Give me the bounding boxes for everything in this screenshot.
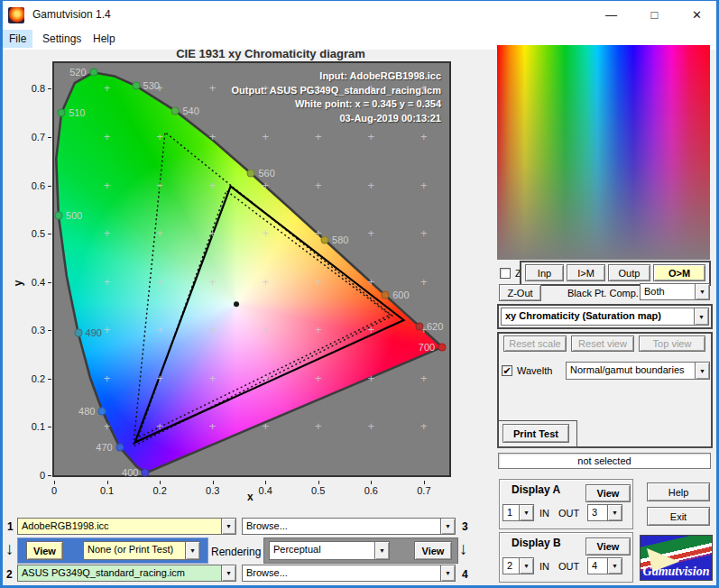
selection-status: not selected bbox=[498, 453, 711, 469]
grid-plus-mark: + bbox=[156, 372, 163, 385]
dropdown-arrow-icon[interactable]: ▼ bbox=[695, 284, 709, 299]
display-mode-value: xy Chromaticity (Saturation map) bbox=[502, 308, 694, 325]
grid-plus-mark: + bbox=[104, 130, 111, 143]
grid-plus-mark: + bbox=[104, 81, 111, 95]
zoom-checkbox[interactable] bbox=[500, 268, 511, 279]
dropdown-arrow-icon[interactable]: ▼ bbox=[694, 308, 708, 325]
menu-settings[interactable]: Settings bbox=[36, 30, 88, 48]
dropdown-arrow-icon[interactable]: ▼ bbox=[185, 542, 199, 559]
reset-scale-button[interactable]: Reset scale bbox=[503, 335, 567, 352]
display-mode-select[interactable]: xy Chromaticity (Saturation map) ▼ bbox=[501, 308, 709, 326]
print-test-button[interactable]: Print Test bbox=[502, 424, 569, 443]
output-profile-select[interactable]: ASUS PG349Q_standard_racing.icm ▼ bbox=[17, 565, 236, 582]
reset-view-button[interactable]: Reset view bbox=[571, 335, 634, 352]
dropdown-arrow-icon[interactable]: ▼ bbox=[607, 505, 622, 520]
minimize-icon[interactable]: — bbox=[591, 1, 631, 29]
boundaries-value: Normal/gamut boundaries bbox=[567, 363, 695, 379]
dropdown-arrow-icon[interactable]: ▼ bbox=[607, 558, 622, 574]
menu-file[interactable]: File bbox=[3, 30, 32, 48]
black-pt-comp-label: Black Pt. Comp. bbox=[567, 288, 639, 299]
x-tick-label: 0.3 bbox=[206, 485, 219, 496]
wavelength-dot-400 bbox=[142, 469, 150, 477]
grid-plus-mark: + bbox=[156, 130, 163, 143]
dropdown-arrow-icon[interactable]: ▼ bbox=[221, 519, 235, 534]
wavelength-dot-520 bbox=[89, 69, 97, 77]
grid-plus-mark: + bbox=[420, 130, 428, 143]
dropdown-arrow-icon[interactable]: ▼ bbox=[440, 519, 455, 534]
grid-plus-mark: + bbox=[262, 323, 269, 336]
x-tick bbox=[107, 481, 108, 484]
exit-button[interactable]: Exit bbox=[647, 507, 710, 526]
top-view-button[interactable]: Top view bbox=[639, 335, 705, 352]
x-tick bbox=[213, 481, 214, 484]
wavelength-label-700: 700 bbox=[419, 342, 435, 353]
input-view-button[interactable]: View bbox=[26, 541, 63, 560]
display-a-view-button[interactable]: View bbox=[585, 484, 631, 502]
dropdown-arrow-icon[interactable]: ▼ bbox=[695, 363, 709, 379]
i-to-m-button[interactable]: I>M bbox=[567, 264, 605, 281]
help-button[interactable]: Help bbox=[647, 482, 710, 501]
black-pt-comp-select[interactable]: Both ▼ bbox=[640, 283, 710, 300]
outp-button[interactable]: Outp bbox=[608, 264, 650, 281]
grid-plus-mark: + bbox=[262, 130, 269, 143]
display-a-out-value: 3 bbox=[588, 505, 607, 520]
test-pattern-select[interactable]: None (or Print Test) ▼ bbox=[83, 541, 200, 560]
z-out-button[interactable]: Z-Out bbox=[499, 284, 541, 301]
wavelength-label-530: 530 bbox=[143, 80, 160, 91]
display-b-in-select[interactable]: 2 ▼ bbox=[502, 557, 534, 574]
output-view-button[interactable]: View bbox=[414, 541, 452, 560]
wavelength-label-470: 470 bbox=[96, 442, 112, 453]
x-tick bbox=[160, 481, 161, 484]
app-window: Gamutvision 1.4 — □ ✕ File Settings Help… bbox=[0, 0, 719, 588]
wavelength-dot-530 bbox=[132, 82, 140, 90]
wavelength-dot-620 bbox=[415, 322, 423, 330]
close-icon[interactable]: ✕ bbox=[677, 1, 717, 29]
x-tick-label: 0.4 bbox=[259, 485, 272, 496]
menu-help[interactable]: Help bbox=[87, 30, 122, 48]
x-tick-label: 0.2 bbox=[152, 485, 166, 496]
dropdown-arrow-icon[interactable]: ▼ bbox=[519, 505, 533, 520]
x-tick bbox=[318, 481, 319, 484]
wavelength-label-510: 510 bbox=[69, 107, 85, 118]
display-a-out-select[interactable]: 3 ▼ bbox=[587, 504, 622, 521]
inp-button[interactable]: Inp bbox=[525, 264, 564, 281]
grid-plus-mark: + bbox=[209, 419, 217, 433]
input-browse-select[interactable]: Browse... ▼ bbox=[242, 518, 456, 535]
y-tick bbox=[48, 137, 51, 138]
grid-plus-mark: + bbox=[368, 275, 375, 289]
spectral-locus-outline bbox=[56, 72, 442, 473]
wavelth-checkbox[interactable]: ✔ bbox=[502, 365, 512, 376]
o-to-m-button[interactable]: O>M bbox=[653, 264, 705, 281]
wavelength-label-620: 620 bbox=[427, 321, 443, 332]
display-a-in-select[interactable]: 1 ▼ bbox=[502, 504, 534, 521]
wavelength-label-520: 520 bbox=[69, 67, 86, 78]
x-tick bbox=[265, 481, 266, 484]
grid-plus-mark: + bbox=[368, 130, 375, 143]
rendering-intent-select[interactable]: Perceptual ▼ bbox=[269, 541, 390, 560]
wavelength-label-500: 500 bbox=[66, 210, 82, 221]
grid-plus-mark: + bbox=[315, 323, 322, 336]
output-browse-select[interactable]: Browse... ▼ bbox=[242, 565, 456, 582]
input-browse-value: Browse... bbox=[243, 519, 440, 534]
boundaries-select[interactable]: Normal/gamut boundaries ▼ bbox=[566, 362, 710, 380]
input-profile-select[interactable]: AdobeRGB1998.icc ▼ bbox=[17, 518, 236, 535]
wavelength-dot-540 bbox=[171, 106, 180, 115]
dropdown-arrow-icon[interactable]: ▼ bbox=[221, 565, 235, 581]
wavelength-dot-600 bbox=[382, 291, 390, 299]
maximize-icon[interactable]: □ bbox=[634, 1, 675, 29]
dropdown-arrow-icon[interactable]: ▼ bbox=[374, 542, 389, 559]
display-b-view-button[interactable]: View bbox=[585, 537, 631, 556]
y-tick-label: 0.6 bbox=[25, 180, 45, 191]
grid-plus-mark: + bbox=[209, 372, 217, 385]
y-tick bbox=[48, 379, 51, 380]
dropdown-arrow-icon[interactable]: ▼ bbox=[440, 565, 455, 581]
display-b-out-select[interactable]: 4 ▼ bbox=[587, 557, 622, 574]
y-tick-label: 0.8 bbox=[25, 83, 45, 94]
wavelth-checkbox-label: Wavelth bbox=[517, 365, 552, 376]
wavelength-label-490: 490 bbox=[86, 327, 102, 338]
grid-plus-mark: + bbox=[368, 419, 375, 433]
black-pt-comp-value: Both bbox=[641, 284, 695, 299]
dropdown-arrow-icon[interactable]: ▼ bbox=[519, 558, 533, 574]
grid-plus-mark: + bbox=[209, 275, 217, 289]
grid-plus-mark: + bbox=[156, 275, 163, 289]
